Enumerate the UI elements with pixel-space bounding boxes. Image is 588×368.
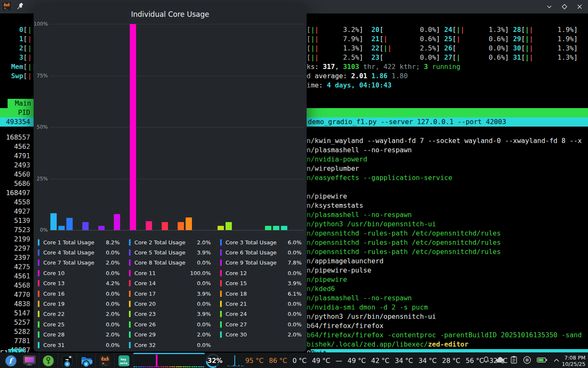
process-row: n/pipewire bbox=[307, 192, 347, 201]
legend-item: Core 320.0% bbox=[129, 340, 220, 350]
weather-cloud-icon[interactable] bbox=[496, 356, 505, 365]
legend-value: 0.0% bbox=[288, 270, 302, 276]
legend-value: 2.0% bbox=[106, 331, 120, 338]
pid-value: 2199 bbox=[0, 235, 30, 244]
legend-value: 0.0% bbox=[106, 270, 120, 276]
legend-value: 100.0% bbox=[190, 270, 211, 276]
legend-value: 3.9% bbox=[197, 311, 211, 317]
legend-item: Core 8 Total Usage0.0% bbox=[129, 258, 220, 268]
process-row: n/kded6 bbox=[307, 284, 335, 294]
core-usage-window[interactable]: Individual Core Usage 100%75%50%25%0% Co… bbox=[34, 3, 307, 352]
core-usage-widget[interactable] bbox=[134, 353, 205, 368]
legend-value: 2.0% bbox=[197, 331, 211, 338]
gridline bbox=[50, 24, 304, 24]
pid-value: 2397 bbox=[0, 253, 30, 262]
legend-item: Core 2 Total Usage2.0% bbox=[129, 237, 220, 247]
legend-item: Core 7 Total Usage2.0% bbox=[38, 258, 129, 268]
selected-row-command[interactable]: demo_gradio_f1.py --server 127.0.0.1 --p… bbox=[307, 117, 588, 127]
temperature-value: 34 °C bbox=[395, 357, 413, 365]
selected-row-pid[interactable]: 493354 bbox=[0, 117, 34, 127]
temperature-value: 49 °C bbox=[312, 357, 330, 365]
dolphin-button[interactable]: + bbox=[77, 353, 96, 368]
taskbar[interactable]: f Z + + >_ bbox=[0, 352, 588, 368]
process-row: n/pipewire bbox=[307, 275, 347, 284]
gridline bbox=[50, 76, 304, 76]
core-bar-5 bbox=[82, 222, 89, 230]
fedora-menu-button[interactable]: f bbox=[2, 353, 20, 368]
legend-value: 0.0% bbox=[106, 291, 120, 297]
y-tick-label: 50% bbox=[34, 124, 48, 130]
pid-value: 4561 bbox=[0, 272, 30, 281]
pid-value: 7781 bbox=[0, 336, 30, 346]
meter-0: 0[|| bbox=[0, 25, 34, 34]
history-sparkline[interactable] bbox=[228, 354, 244, 366]
summary-row: d average: 2.01 1.86 1.80 bbox=[307, 71, 408, 81]
legend-swatch bbox=[220, 259, 222, 266]
cpu-usage-gauge[interactable]: 32% bbox=[206, 354, 220, 368]
core-bar-13 bbox=[146, 221, 152, 230]
monitor-icon bbox=[23, 355, 36, 366]
process-row: b64/firefox/firefox bbox=[307, 321, 383, 331]
clock[interactable]: 7:08 PM 10/25/25 bbox=[562, 355, 585, 368]
pid-value: 5139 bbox=[0, 216, 30, 225]
wallpaper-app-button[interactable] bbox=[20, 353, 39, 368]
svg-text:note_: note_ bbox=[120, 361, 130, 365]
legend-value: 0.0% bbox=[288, 321, 302, 328]
kitty-icon: >_ bbox=[100, 355, 110, 366]
legend-value: 7.8% bbox=[288, 259, 302, 266]
legend-swatch bbox=[38, 280, 39, 286]
legend-value: 6.1% bbox=[288, 291, 302, 297]
zed-editor-button[interactable]: Z + bbox=[58, 353, 77, 368]
maximize-button[interactable] bbox=[561, 3, 568, 10]
keepassxc-button[interactable] bbox=[39, 353, 58, 368]
pid-value: 4568 bbox=[0, 281, 30, 290]
legend-value: 2.0% bbox=[106, 259, 120, 266]
process-row: n/wireplumber bbox=[307, 164, 359, 173]
minimize-button[interactable] bbox=[546, 3, 553, 10]
pid-value: 4770 bbox=[0, 290, 30, 299]
core-bar-18 bbox=[186, 217, 192, 230]
htop-header-bar bbox=[307, 108, 588, 117]
kitty-terminal-icon: >_ bbox=[3, 2, 11, 12]
legend-item: Core 11100.0% bbox=[129, 268, 220, 278]
legend-swatch bbox=[38, 331, 39, 338]
core-bar-1 bbox=[50, 213, 57, 230]
temperature-value: 56 °C bbox=[466, 357, 484, 365]
legend-item: Core 240.0% bbox=[220, 309, 311, 319]
legend-item: Core 6 Total Usage0.0% bbox=[220, 247, 311, 257]
meter-1: 1[| bbox=[0, 34, 34, 44]
battery-icon[interactable] bbox=[537, 357, 548, 365]
legend-item: Core 5 Total Usage3.9% bbox=[129, 247, 220, 257]
mini-core-bars bbox=[134, 355, 204, 367]
legend-value: 8.2% bbox=[106, 239, 120, 246]
legend-swatch bbox=[38, 259, 39, 266]
legend-swatch bbox=[129, 239, 131, 246]
legend-swatch bbox=[129, 321, 131, 328]
legend-swatch bbox=[220, 270, 222, 276]
temperature-readouts[interactable]: 95 °C86 °C0 °C49 °C—49 °C42 °C34 °C34 °C… bbox=[245, 353, 507, 368]
legend-value: 0.0% bbox=[288, 249, 302, 256]
notifications-bell-icon[interactable] bbox=[482, 356, 490, 365]
pid-column-header[interactable]: PID bbox=[0, 108, 34, 117]
process-row: n/plasmashell --no-respawn bbox=[307, 146, 412, 155]
temperature-value: 86 °C bbox=[269, 357, 287, 365]
expand-chevron-up-icon[interactable] bbox=[553, 357, 560, 365]
htop-tab-main[interactable]: Main bbox=[8, 99, 34, 108]
legend-swatch bbox=[38, 342, 39, 348]
svg-text:>_: >_ bbox=[102, 361, 107, 365]
kitty-terminal-button[interactable]: >_ bbox=[96, 353, 115, 368]
process-row: n/pipewire-pulse bbox=[307, 266, 371, 275]
legend-swatch bbox=[129, 291, 131, 297]
pid-value: 4562 bbox=[0, 142, 30, 151]
legend-value: 4.2% bbox=[106, 280, 120, 286]
legend-swatch bbox=[220, 291, 222, 297]
close-button[interactable] bbox=[576, 3, 583, 10]
new-window-badge: + bbox=[83, 360, 90, 368]
legend-item: Core 282.0% bbox=[38, 330, 129, 340]
legend-value: 0.0% bbox=[288, 301, 302, 307]
legend-item: Core 233.9% bbox=[129, 309, 220, 319]
heynote-button[interactable]: heynote_ bbox=[115, 353, 134, 368]
clipboard-icon[interactable] bbox=[510, 356, 517, 365]
pin-icon[interactable] bbox=[17, 3, 24, 11]
media-pause-icon[interactable] bbox=[523, 356, 531, 366]
